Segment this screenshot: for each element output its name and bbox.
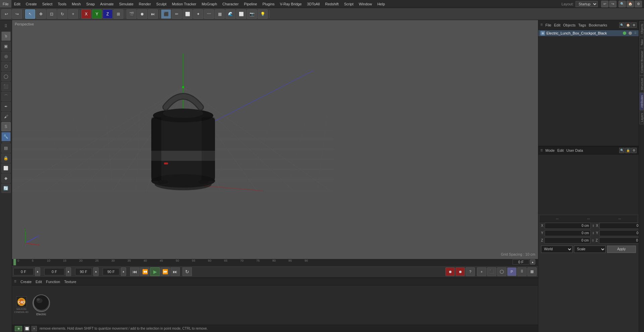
apply-button[interactable]: Apply [607, 246, 636, 253]
rotate-tool[interactable]: ↻ [57, 9, 67, 19]
tab-content-browser[interactable]: Content Browser [639, 48, 644, 75]
viewport[interactable]: ⠿ View Cameras Display Options Filter Pa… [12, 20, 538, 259]
y-axis-btn[interactable]: Y [92, 9, 102, 19]
menu-redshift[interactable]: Redshift [322, 0, 341, 8]
menu-simulate[interactable]: Simulate [116, 0, 136, 8]
menu-mesh[interactable]: Mesh [69, 0, 84, 8]
menu-animate[interactable]: Animate [98, 0, 116, 8]
attr-search-icon[interactable]: 🔍 [619, 148, 625, 153]
attr-settings-icon[interactable]: ⚙ [631, 148, 637, 153]
btn-undo-global[interactable]: ↩ [601, 1, 608, 7]
bp-menu-function[interactable]: Function [46, 280, 60, 284]
attr-menu-userdata[interactable]: User Data [567, 148, 583, 152]
list-btn[interactable]: ▦ [527, 267, 537, 276]
prev-frame-btn[interactable]: ⏪ [140, 267, 150, 276]
z-axis-btn[interactable]: Z [103, 9, 113, 19]
dots-btn[interactable]: ⠿ [517, 267, 527, 276]
bp-menu-texture[interactable]: Texture [64, 280, 76, 284]
sidebar-layers[interactable]: ▤ [1, 143, 11, 153]
camera-btn[interactable]: 📷 [247, 9, 257, 19]
current-frame-right-input[interactable] [513, 259, 529, 265]
record-btn[interactable]: ⏺ [445, 267, 455, 276]
status-btn-3[interactable]: ✕ [32, 326, 37, 331]
transform-tool[interactable]: + [68, 9, 78, 19]
sidebar-move[interactable]: 🖱 [1, 31, 11, 41]
menu-create[interactable]: Create [23, 0, 40, 8]
redo-btn[interactable]: ↪ [12, 9, 22, 19]
play-btn[interactable]: ▶ [150, 267, 160, 276]
sidebar-paint[interactable]: 🖌 [1, 112, 11, 121]
btn-search[interactable]: 🔍 [619, 1, 626, 7]
tab-layers[interactable]: Layers [639, 111, 644, 124]
rp-menu-edit[interactable]: Edit [554, 23, 560, 27]
sidebar-cube[interactable]: ⬛ [1, 82, 11, 91]
tab-take[interactable]: Take [639, 37, 644, 48]
move-tool[interactable]: ✥ [36, 9, 46, 19]
menu-plugins[interactable]: Plugins [260, 0, 277, 8]
bp-menu-edit[interactable]: Edit [36, 280, 42, 284]
rp-menu-tags[interactable]: Tags [578, 23, 586, 27]
tab-attributes[interactable]: Attributes [639, 93, 644, 110]
front-view[interactable]: ⬛ [161, 9, 171, 19]
btn-settings[interactable]: ⚙ [635, 1, 642, 7]
sketch-btn[interactable]: ⬜ [236, 9, 246, 19]
lights-btn[interactable]: ✦ [193, 9, 203, 19]
start-frame-up[interactable]: ▲ [35, 267, 40, 276]
visibility-dot-render[interactable] [629, 31, 632, 35]
menu-edit[interactable]: Edit [11, 0, 23, 8]
menu-select[interactable]: Select [40, 0, 55, 8]
coord-x-size[interactable] [599, 223, 644, 229]
undo-btn[interactable]: ↩ [1, 9, 11, 19]
go-start-btn[interactable]: ⏮ [130, 267, 140, 276]
polygon-btn[interactable]: ▦ [215, 9, 225, 19]
coord-y-pos[interactable] [545, 230, 591, 236]
from-frame-up[interactable]: ▲ [66, 267, 71, 276]
sidebar-select-rect[interactable]: ▣ [1, 42, 11, 51]
menu-sculpt[interactable]: Sculpt [154, 0, 169, 8]
snap-btn[interactable]: + [477, 267, 486, 276]
status-btn-1[interactable]: ⏺ [15, 326, 22, 331]
status-btn-2[interactable]: ⬜ [24, 326, 30, 331]
menu-3dtoall[interactable]: 3DToAll [304, 0, 322, 8]
loop-btn[interactable]: ↻ [182, 267, 192, 276]
sidebar-magnet[interactable]: 🔧 [1, 132, 11, 141]
sidebar-loop[interactable]: ◯ [1, 72, 11, 81]
record-all-btn[interactable]: ⏺ [455, 267, 465, 276]
coord-y-size[interactable] [599, 230, 644, 236]
end-frame-input[interactable] [75, 268, 92, 275]
rp-menu-file[interactable]: File [545, 23, 551, 27]
spline-btn[interactable]: 🌊 [225, 9, 235, 19]
record-btn[interactable]: ⏺ [137, 9, 147, 19]
sidebar-poly-select[interactable]: ⬡ [1, 62, 11, 71]
sidebar-pen[interactable]: ✒ [1, 102, 11, 111]
help-btn[interactable]: ? [466, 267, 475, 276]
paint-btn[interactable]: ✏ [172, 9, 182, 19]
to-frame-up[interactable]: ▲ [121, 267, 126, 276]
motion-btn[interactable]: ◯ [497, 267, 506, 276]
menu-snap[interactable]: Snap [84, 0, 98, 8]
menu-render[interactable]: Render [136, 0, 154, 8]
menu-motion-tracker[interactable]: Motion Tracker [169, 0, 199, 8]
menu-mograph[interactable]: MoGraph [199, 0, 220, 8]
menu-file[interactable]: File [0, 0, 11, 8]
attr-menu-edit[interactable]: Edit [557, 148, 564, 152]
end-frame-up[interactable]: ▲ [93, 267, 99, 276]
hair-btn[interactable]: 〰 [204, 9, 214, 19]
sidebar-bottom3[interactable]: 🔄 [1, 184, 11, 193]
sidebar-bend[interactable]: ⌒ [1, 92, 11, 101]
menu-tools[interactable]: Tools [55, 0, 69, 8]
from-frame-input[interactable] [44, 268, 64, 275]
sidebar-lock[interactable]: 🔒 [1, 153, 11, 163]
tab-structure[interactable]: Structure [639, 76, 644, 93]
menu-pipeline[interactable]: Pipeline [241, 0, 260, 8]
sidebar-material[interactable]: S [1, 122, 11, 131]
object-entry-crockpot[interactable]: ⊞ Electric_Lunch_Box_Crockpot_Black ⠿ [538, 30, 639, 36]
obj-options-icon[interactable]: ⠿ [634, 31, 637, 35]
sidebar-live-select[interactable]: ◎ [1, 52, 11, 61]
film-btn[interactable]: 🎬 [126, 9, 137, 19]
coord-y-pos-arrows[interactable]: ⇕ [592, 231, 595, 235]
coord-z-pos-arrows[interactable]: ⇕ [592, 239, 594, 242]
coord-z-size[interactable] [599, 238, 644, 244]
coord-btn[interactable]: ⊞ [113, 9, 123, 19]
scale-select[interactable]: Scale [574, 246, 605, 253]
